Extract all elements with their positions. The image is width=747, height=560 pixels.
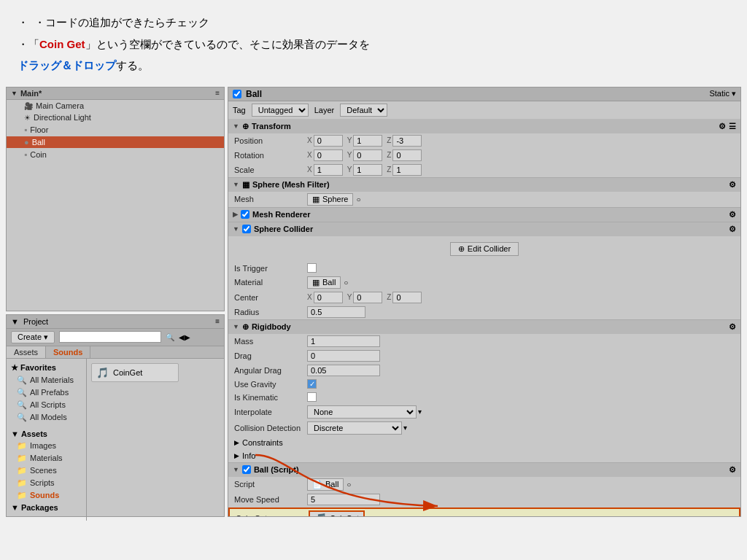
edit-collider-button[interactable]: ⊕ Edit Collider — [450, 242, 519, 256]
bs-checkbox[interactable] — [242, 465, 251, 474]
project-title: Project — [23, 317, 48, 326]
mesh-row: Mesh ▦ Sphere ○ — [228, 192, 740, 207]
mesh-renderer-title: Mesh Renderer — [252, 210, 310, 219]
scripts-item[interactable]: 📁 Scripts — [7, 477, 86, 489]
images-item[interactable]: 📁 Images — [7, 440, 86, 452]
assets-section: ▼ Assets — [7, 428, 86, 440]
pos-z[interactable] — [392, 135, 422, 147]
material-preview: ▦ Ball — [307, 276, 341, 289]
hierarchy-item-label: Directional Light — [34, 113, 91, 122]
ball-icon — [24, 138, 29, 147]
light-icon — [24, 113, 31, 122]
hierarchy-item-label: Coin — [30, 150, 47, 159]
interpolate-row: Interpolate None ▾ — [228, 404, 740, 420]
layer-select[interactable]: Default — [340, 104, 387, 117]
ball-script-header: ▼ Ball (Script) ⚙ — [228, 463, 740, 477]
mr-settings-icon[interactable]: ⚙ — [729, 210, 736, 219]
script-preview: 📄 Ball — [307, 478, 344, 491]
mesh-filter-header: ▼ ▦ Sphere (Mesh Filter) ⚙ — [228, 178, 740, 192]
is-kinematic-row: Is Kinematic — [228, 391, 740, 404]
mass-row: Mass — [228, 334, 740, 349]
pos-y[interactable] — [353, 135, 382, 147]
inspector-header: Ball Static ▾ — [228, 88, 740, 101]
coinget-label: CoinGet — [113, 368, 142, 377]
bullet-1: ・ ・コードの追加ができたらチェック — [18, 13, 729, 32]
angular-drag-field[interactable] — [307, 365, 380, 376]
rb-settings-icon[interactable]: ⚙ — [729, 322, 736, 332]
search-input[interactable] — [59, 331, 161, 343]
all-scripts-item[interactable]: 🔍 All Scripts — [7, 399, 86, 411]
rot-x[interactable] — [314, 149, 343, 161]
hierarchy-item-coin[interactable]: Coin — [7, 148, 224, 161]
search-icon3: 🔍 — [17, 400, 27, 410]
angular-drag-row: Angular Drag — [228, 363, 740, 378]
mesh-renderer-section: ▶ Mesh Renderer ⚙ — [228, 208, 740, 222]
is-trigger-checkbox[interactable] — [307, 263, 317, 273]
pos-x[interactable] — [314, 135, 343, 147]
sounds-label: Sounds — [30, 491, 59, 499]
collision-select[interactable]: Discrete — [307, 421, 402, 435]
mesh-filter-title: Sphere (Mesh Filter) — [252, 180, 330, 189]
center-z[interactable] — [392, 292, 422, 303]
hierarchy-item-label: Floor — [30, 125, 48, 134]
mr-checkbox[interactable] — [241, 210, 249, 219]
hierarchy-item-camera[interactable]: Main Camera — [7, 100, 224, 112]
use-gravity-row: Use Gravity ✓ — [228, 378, 740, 391]
tab-sounds[interactable]: Sounds — [46, 346, 90, 358]
drag-drop-text: ドラッグ＆ドロップ — [18, 56, 116, 75]
sounds-item[interactable]: 📁 Sounds — [7, 489, 86, 502]
use-gravity-checkbox[interactable]: ✓ — [307, 379, 317, 389]
tag-select[interactable]: Untagged — [252, 104, 309, 117]
rigidbody-header: ▼ ⊕ Rigidbody ⚙ — [228, 320, 740, 334]
coin-icon: 🎵 — [96, 367, 109, 378]
center-y[interactable] — [353, 292, 382, 303]
assets-label: Assets — [21, 429, 47, 438]
project-panel: ▼ Project ≡ Create ▾ 🔍 ◀▶ Assets Sounds … — [6, 314, 225, 517]
coin-get-value[interactable]: 🎵 CoinGet — [309, 510, 365, 517]
project-tabs: Assets Sounds — [7, 346, 224, 359]
is-kinematic-checkbox[interactable] — [307, 392, 317, 402]
static-label: Static ▾ — [709, 89, 736, 98]
hierarchy-title: Main* — [20, 89, 42, 98]
radius-row: Radius — [228, 305, 740, 319]
sc-checkbox[interactable] — [242, 225, 251, 233]
center-x[interactable] — [314, 292, 343, 303]
active-checkbox[interactable] — [233, 90, 241, 98]
bs-settings-icon[interactable]: ⚙ — [729, 465, 736, 475]
radius-field[interactable] — [307, 306, 365, 318]
rot-z[interactable] — [392, 149, 422, 161]
interpolate-select[interactable]: None — [307, 405, 417, 419]
drag-field[interactable] — [307, 350, 380, 362]
object-name: Ball — [246, 89, 262, 99]
mesh-renderer-header: ▶ Mesh Renderer ⚙ — [228, 208, 740, 222]
mf-settings-icon[interactable]: ⚙ — [729, 180, 736, 190]
create-button[interactable]: Create ▾ — [11, 331, 55, 343]
transform-menu-icon[interactable]: ☰ — [729, 122, 736, 131]
rot-y[interactable] — [353, 149, 382, 161]
scenes-item[interactable]: 📁 Scenes — [7, 464, 86, 477]
coinget-asset[interactable]: 🎵 CoinGet — [91, 363, 179, 382]
packages-section: ▼ Packages — [7, 502, 86, 513]
folder-icon4: 📁 — [17, 478, 27, 488]
transform-settings-icon[interactable]: ⚙ — [719, 122, 726, 131]
tab-assets[interactable]: Assets — [7, 346, 46, 358]
hierarchy-arrow: ▼ — [11, 90, 18, 97]
mass-field[interactable] — [307, 335, 380, 347]
hierarchy-item-light[interactable]: Directional Light — [7, 112, 224, 123]
scale-y[interactable] — [353, 164, 382, 176]
hierarchy-item-ball[interactable]: Ball — [7, 136, 224, 148]
transform-section: ▼ ⊕ Transform ⚙ ☰ Position X Y — [228, 120, 740, 178]
scale-z[interactable] — [392, 164, 422, 176]
rotation-row: Rotation X Y Z — [228, 148, 740, 163]
sc-settings-icon[interactable]: ⚙ — [729, 225, 736, 234]
all-prefabs-item[interactable]: 🔍 All Prefabs — [7, 386, 86, 399]
hierarchy-item-floor[interactable]: Floor — [7, 123, 224, 136]
all-models-item[interactable]: 🔍 All Models — [7, 411, 86, 424]
scale-x[interactable] — [314, 164, 343, 176]
materials-item[interactable]: 📁 Materials — [7, 452, 86, 464]
move-speed-field[interactable] — [307, 494, 380, 505]
collision-row: Collision Detection Discrete ▾ — [228, 420, 740, 436]
sphere-collider-header: ▼ Sphere Collider ⚙ — [228, 222, 740, 236]
search-icon: 🔍 — [17, 376, 27, 385]
all-materials-item[interactable]: 🔍 All Materials — [7, 374, 86, 386]
